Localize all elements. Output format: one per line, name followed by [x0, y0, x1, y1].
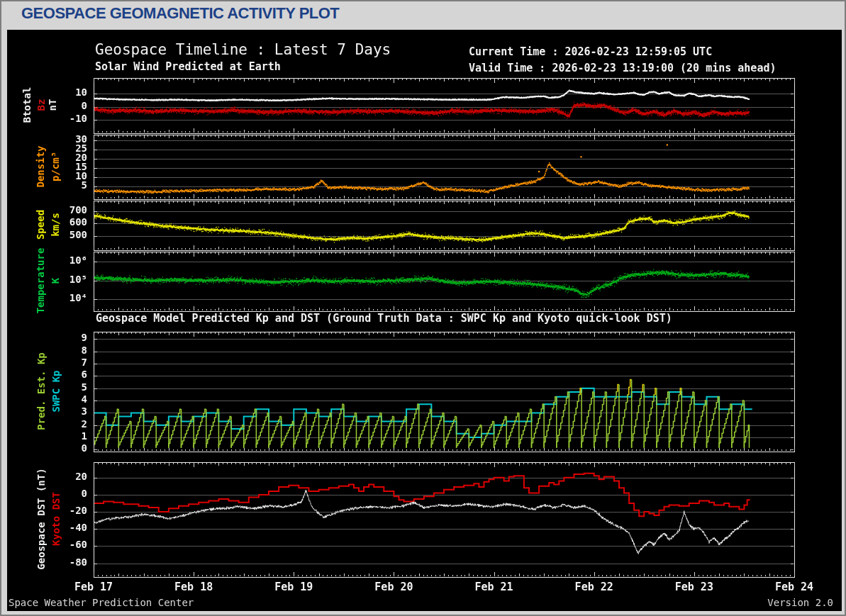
- axis-label-pred-est-kp: Pred. Est. Kp: [35, 335, 47, 448]
- y-tick-label: 7: [40, 357, 87, 368]
- y-tick-label: -60: [40, 539, 87, 550]
- axis-label-btotal: Btotal: [21, 48, 33, 162]
- axis-label-geospace-dst-nt-: Geospace DST (nT): [35, 462, 47, 576]
- x-tick-label: Feb 22: [570, 581, 618, 593]
- y-tick-label: 5: [40, 180, 87, 191]
- y-tick-label: 9: [40, 332, 87, 343]
- y-tick-label: 6: [40, 369, 87, 380]
- y-tick-label: 10⁶: [40, 255, 87, 266]
- y-tick-label: 500: [40, 230, 87, 240]
- y-tick-label: 0: [40, 488, 87, 499]
- current-time-label: Current Time : 2026-02-23 12:59:05 UTC: [469, 45, 712, 58]
- axis-label-k: K: [50, 224, 61, 337]
- axis-label-swpc-kp: SWPC Kp: [50, 335, 62, 448]
- y-tick-label: 0: [40, 443, 87, 454]
- x-tick-label: Feb 17: [69, 581, 118, 593]
- y-tick-label: 2: [40, 419, 87, 430]
- y-tick-label: 8: [40, 345, 87, 356]
- page: GEOSPACE GEOMAGNETIC ACTIVITY PLOT Geosp…: [0, 0, 846, 616]
- axis-label-kyoto-dst: Kyoto DST: [50, 462, 62, 576]
- y-tick-label: 20: [40, 471, 87, 482]
- x-tick-label: Feb 19: [269, 581, 318, 593]
- y-tick-label: 600: [40, 217, 87, 228]
- plot-subtitle: Solar Wind Predicted at Earth: [95, 60, 281, 73]
- y-tick-label: -80: [40, 557, 87, 568]
- x-tick-label: Feb 18: [169, 581, 218, 593]
- y-tick-label: -20: [40, 505, 87, 516]
- valid-time-label: Valid Time : 2026-02-23 13:19:00 (20 min…: [469, 62, 776, 74]
- footer-credit: Space Weather Prediction Center: [9, 597, 194, 608]
- x-tick-label: Feb 24: [770, 581, 818, 593]
- y-tick-label: -40: [40, 522, 87, 533]
- x-tick-label: Feb 21: [470, 581, 518, 593]
- y-tick-label: 700: [40, 205, 87, 215]
- y-tick-label: 3: [40, 406, 87, 417]
- x-tick-label: Feb 20: [369, 581, 418, 593]
- plot-title: Geospace Timeline : Latest 7 Days: [95, 41, 391, 58]
- footer-version: Version 2.0: [767, 597, 833, 608]
- y-tick-label: 10⁵: [40, 274, 87, 285]
- y-tick-label: 1: [40, 431, 87, 442]
- y-tick-label: 5: [40, 382, 87, 393]
- y-tick-label: 4: [40, 394, 87, 405]
- axis-label-temperature: Temperature: [35, 224, 46, 337]
- geospace-plot-canvas: [1, 1, 846, 616]
- section-title: Geospace Model Predicted Kp and DST (Gro…: [96, 312, 672, 325]
- y-tick-label: 10⁴: [40, 293, 87, 303]
- x-tick-label: Feb 23: [670, 581, 718, 593]
